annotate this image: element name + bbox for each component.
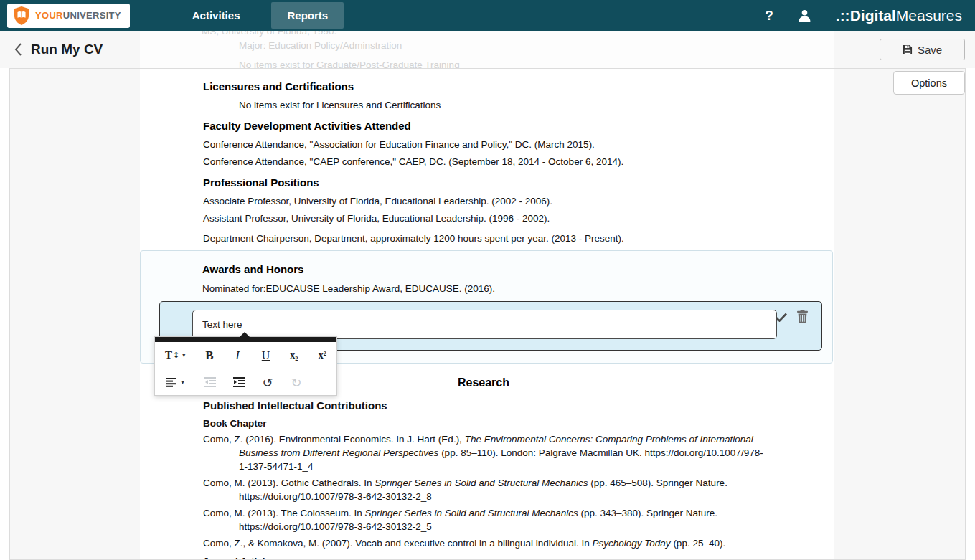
list-item: Conference Attendance, "CAEP conference,…	[203, 154, 764, 169]
group-label-journal-article: Journal Article	[203, 555, 764, 560]
save-floppy-icon	[903, 44, 913, 54]
citation: Como, Z. (2016). Environmental Economics…	[203, 432, 764, 473]
italic-button[interactable]: I	[223, 342, 251, 369]
section-title-professional-positions: Professional Positions	[203, 176, 764, 189]
brand-light: Measures	[896, 7, 962, 24]
brand-bold: Digital	[850, 7, 896, 24]
citation-italic: Psychology Today	[593, 538, 671, 549]
citation: Como, Z., & Komakova, M. (2007). Vocab a…	[203, 536, 764, 550]
undo-button[interactable]: ↺	[253, 369, 282, 395]
toolbar-row-1: T↕▾ B I U x₂ x²	[155, 342, 336, 369]
university-logo[interactable]: YOURUNIVERSITY	[7, 4, 130, 28]
scrolled-text-line: Major: Education Policy/Adminstration	[239, 40, 402, 51]
toolbar-arrow	[240, 332, 250, 337]
citation-text: Como, M. (2013). Gothic Cathedrals. In	[203, 478, 375, 488]
citation: Como, M. (2013). The Colosseum. In Sprin…	[203, 506, 764, 533]
citation-text: Como, M. (2013). The Colosseum. In	[203, 508, 365, 518]
citation: Como, M. (2013). Gothic Cathedrals. In S…	[203, 476, 764, 503]
cv-document: Licensures and Certifications No items e…	[140, 69, 834, 559]
user-icon[interactable]	[798, 9, 811, 22]
save-button[interactable]: Save	[880, 39, 965, 60]
section-title-licensures: Licensures and Certifications	[203, 80, 764, 93]
cv-content: Licensures and Certifications No items e…	[140, 80, 834, 560]
scrolled-text-line: No items exist for Graduate/Post-Graduat…	[239, 60, 460, 68]
section-title-published-contributions: Published Intellectual Contributions	[203, 399, 764, 412]
citation-text: (pp. 25–40).	[671, 538, 726, 549]
align-left-icon	[166, 378, 178, 387]
header-title-group: Run My CV	[14, 31, 103, 68]
citation-text: Como, Z., & Komakova, M. (2007). Vocab a…	[203, 538, 593, 549]
shield-icon	[13, 6, 30, 26]
list-item: Assistant Professor, University of Flori…	[203, 211, 764, 226]
tab-activities[interactable]: Activities	[176, 2, 256, 29]
report-shell: Options Licensures and Certifications No…	[9, 68, 966, 560]
indent-icon	[233, 377, 245, 387]
top-nav: YOURUNIVERSITY Activities Reports ? .::D…	[0, 0, 975, 31]
tab-reports[interactable]: Reports	[271, 2, 344, 29]
chevron-down-icon: ▾	[181, 379, 184, 386]
empty-state-text: No items exist for Licensures and Certif…	[203, 98, 764, 113]
indent-button[interactable]	[225, 369, 253, 395]
section-title-awards: Awards and Honors	[141, 262, 832, 276]
brand-prefix: .::	[836, 7, 850, 24]
font-size-dropdown[interactable]: T↕▾	[155, 342, 195, 369]
outdent-button[interactable]	[196, 369, 225, 395]
help-icon[interactable]: ?	[765, 8, 773, 24]
text-format-toolbar: T↕▾ B I U x₂ x² ▾ ↺	[154, 336, 337, 396]
bold-button[interactable]: B	[195, 342, 223, 369]
outdent-icon	[204, 377, 216, 387]
font-size-icon: T	[165, 349, 172, 361]
save-label: Save	[918, 44, 942, 56]
list-item: Associate Professor, University of Flori…	[203, 194, 764, 209]
subscript-button[interactable]: x₂	[280, 342, 308, 369]
font-size-arrows-icon: ↕	[173, 351, 179, 360]
group-label-book-chapter: Book Chapter	[203, 417, 764, 430]
chevron-down-icon: ▾	[182, 352, 185, 359]
nav-right: ? .::DigitalMeasures	[765, 7, 975, 24]
citation-italic: Springer Series in Solid and Structural …	[375, 478, 588, 488]
citation-italic: Springer Series in Solid and Structural …	[365, 508, 578, 518]
superscript-button[interactable]: x²	[308, 342, 336, 369]
redo-button[interactable]: ↻	[282, 369, 311, 395]
list-item: Conference Attendance, "Association for …	[203, 137, 764, 152]
trash-icon[interactable]	[796, 310, 809, 326]
section-title-faculty-development: Faculty Development Activities Attended	[203, 119, 764, 133]
list-item: Nominated for:EDUCAUSE Leadership Award,…	[141, 281, 832, 296]
digitalmeasures-brand: .::DigitalMeasures	[836, 7, 962, 24]
main-area: Options Licensures and Certifications No…	[0, 68, 975, 560]
page-header: MS, University of Florida, 1990. Major: …	[0, 31, 975, 68]
citation-text: Como, Z. (2016). Environmental Economics…	[203, 434, 465, 445]
logo-text-university: UNIVERSITY	[63, 10, 121, 21]
toolbar-top-bar	[155, 337, 336, 342]
scrolled-text-line: MS, University of Florida, 1990.	[202, 31, 336, 37]
page-title: Run My CV	[31, 42, 103, 57]
list-item: Department Chairperson, Department, appr…	[203, 231, 764, 246]
nav-tabs: Activities Reports	[176, 0, 344, 31]
logo-text-your: YOUR	[35, 10, 63, 21]
confirm-check-icon[interactable]	[776, 313, 787, 324]
back-chevron-icon[interactable]	[14, 43, 22, 56]
options-button[interactable]: Options	[893, 71, 965, 95]
underline-button[interactable]: U	[252, 342, 280, 369]
align-dropdown[interactable]: ▾	[155, 369, 196, 395]
inline-text-input[interactable]	[192, 310, 777, 339]
toolbar-row-2: ▾ ↺ ↻	[155, 369, 336, 395]
